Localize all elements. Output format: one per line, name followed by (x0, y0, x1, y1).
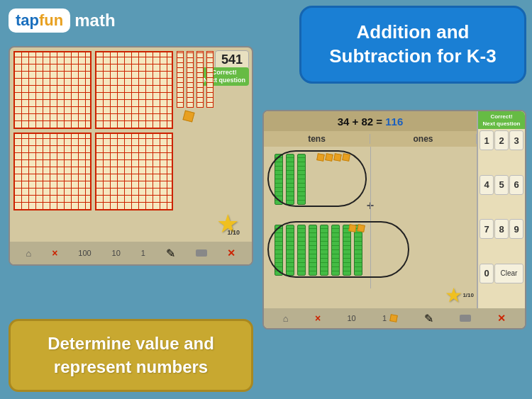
numpad-correct-2: Next question (483, 120, 521, 127)
pencil-icon-left[interactable]: ✎ (166, 247, 175, 260)
numpad-correct-badge: Correct! Next question (478, 111, 525, 129)
toolbar-left: ⌂ × 100 10 1 ✎ ✕ (10, 242, 252, 264)
numpad-btn-8[interactable]: 8 (494, 219, 509, 239)
hundreds-block-3 (95, 51, 173, 129)
top-circle (267, 150, 367, 207)
toolbar-tens-left[interactable]: 10 (112, 249, 121, 257)
numpad-btn-5[interactable]: 5 (494, 175, 509, 195)
logo-tap: tap (16, 11, 39, 29)
equation-lhs: 34 + 82 = (338, 116, 382, 128)
numpad-btn-4[interactable]: 4 (480, 175, 494, 195)
ten-bar-2 (187, 51, 194, 108)
tens-label-right: 10 (347, 314, 355, 322)
cube-icon-left (182, 110, 194, 122)
star-badge-left: ★ 1/10 (214, 210, 241, 237)
ones-label-right: 1 (382, 314, 387, 322)
equation-answer: 116 (385, 116, 403, 128)
equation-bar: 34 + 82 = 116 (264, 111, 477, 131)
toolbar-ones-right[interactable]: 1 (382, 314, 397, 322)
col-header-ones: ones (370, 134, 477, 144)
eraser-icon-right[interactable] (460, 315, 471, 322)
numpad-btn-2[interactable]: 2 (494, 130, 509, 150)
header-card: Addition and Subtraction for K-3 (299, 6, 526, 84)
equation-text: 34 + 82 = 116 (338, 116, 404, 128)
logo-math: math (74, 11, 115, 30)
bottom-card-text: Determine value and represent numbers (25, 332, 237, 378)
star-fraction-right: 1/10 (462, 292, 474, 298)
hundreds-label: 100 (78, 249, 91, 257)
left-number-display: 541 (215, 50, 249, 69)
star-badge-right: ★ 1/10 (445, 283, 474, 307)
bottom-left-card: Determine value and represent numbers (9, 319, 253, 392)
x-icon-right: × (315, 313, 321, 324)
bottom-group (264, 218, 477, 285)
numpad-btn-9[interactable]: 9 (509, 219, 523, 239)
tens-area-left (177, 51, 214, 108)
ten-bar-4 (206, 51, 214, 108)
col-header-tens: tens (264, 134, 370, 144)
numpad-clear-button[interactable]: Clear (494, 264, 523, 283)
numpad-btn-1[interactable]: 1 (480, 130, 494, 150)
tens-label-left: 10 (112, 249, 121, 257)
numpad-btn-3[interactable]: 3 (509, 130, 523, 150)
one-cube-right (389, 314, 398, 322)
hundreds-block-1 (13, 51, 92, 129)
star-fraction-left: 1/10 (227, 229, 240, 236)
numpad-btn-6[interactable]: 6 (509, 175, 523, 195)
logo-box: tapfun (9, 9, 70, 33)
col-headers: tens ones (264, 131, 477, 147)
logo-fun: fun (39, 11, 63, 29)
toolbar-tens-right[interactable]: 10 (347, 314, 355, 322)
close-icon-left[interactable]: ✕ (227, 247, 235, 259)
bottom-circle (267, 221, 409, 278)
numpad-btn-7[interactable]: 7 (480, 219, 494, 239)
correct-line1: Correct! (212, 69, 237, 76)
home-icon-right[interactable]: ⌂ (283, 313, 289, 324)
ten-bar-1 (177, 51, 184, 108)
left-screenshot-panel: 541 Correct! Next question ★ 1/10 ⌂ × 10… (9, 46, 253, 266)
ones-label-left: 1 (141, 249, 145, 257)
logo-area: tapfun math (9, 9, 116, 33)
header-title: Addition and Subtraction for K-3 (316, 21, 510, 69)
home-icon-left[interactable]: ⌂ (26, 248, 31, 259)
eraser-icon-left[interactable] (196, 249, 207, 257)
toolbar-ones-left[interactable]: 1 (141, 249, 145, 257)
logo-text: tapfun (16, 11, 63, 30)
numpad-correct-1: Correct! (490, 113, 512, 120)
numpad-area: Correct! Next question 1 2 3 4 5 6 7 8 9… (477, 111, 525, 308)
x-icon-left: × (52, 247, 57, 259)
ten-bar-3 (196, 51, 204, 108)
numpad-btn-0[interactable]: 0 (480, 264, 494, 283)
hundreds-block-4 (95, 133, 173, 210)
close-icon-right[interactable]: ✕ (497, 313, 506, 324)
toolbar-right: ⌂ × 10 1 ✎ ✕ (264, 308, 525, 328)
hundreds-grid-area (13, 51, 184, 242)
numpad-grid: 1 2 3 4 5 6 7 8 9 0 Clear (478, 129, 525, 308)
star-icon-right: ★ (445, 283, 462, 307)
columns-area: tens ones (264, 131, 477, 308)
right-screenshot-panel: 34 + 82 = 116 Correct! Next question 1 2… (262, 110, 526, 330)
hundreds-block-2 (13, 133, 92, 210)
toolbar-x-left: × (52, 247, 57, 259)
pencil-icon-right[interactable]: ✎ (424, 312, 433, 325)
toolbar-hundreds-left[interactable]: 100 (78, 249, 91, 257)
right-wrapper: 34 + 82 = 116 Correct! Next question 1 2… (264, 111, 525, 328)
